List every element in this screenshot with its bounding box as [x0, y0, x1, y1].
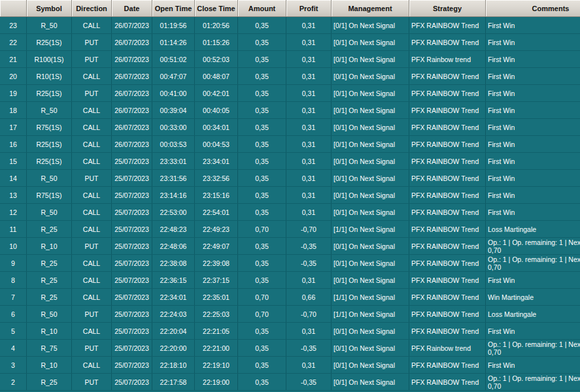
table-row[interactable]: 17R75(1S)CALL26/07/202300:33:0000:34:010…: [0, 119, 580, 136]
column-header-direction[interactable]: Direction: [72, 0, 112, 17]
cell-amount: 0,35: [238, 238, 286, 255]
cell-symbol: R_50: [27, 204, 72, 221]
cell-amount: 0,35: [238, 68, 286, 85]
table-row[interactable]: 15R25(1S)CALL25/07/202323:33:0123:34:010…: [0, 153, 580, 170]
trade-history-table: SymbolDirectionDateOpen TimeClose TimeAm…: [0, 0, 580, 391]
table-row[interactable]: 2R_25PUT25/07/202322:17:5822:19:000,35-0…: [0, 374, 580, 391]
cell-date: 25/07/2023: [112, 323, 152, 340]
column-header-management[interactable]: Management: [332, 0, 409, 17]
cell-open_time: 22:38:08: [152, 255, 195, 272]
cell-comments: Loss Martingale: [486, 221, 580, 238]
cell-amount: 0,70: [238, 221, 286, 238]
cell-close_time: 23:34:01: [195, 153, 238, 170]
cell-open_time: 00:39:04: [152, 102, 195, 119]
cell-comments: First Win: [486, 51, 580, 68]
cell-direction: CALL: [72, 17, 112, 34]
cell-symbol: R_75: [27, 340, 72, 357]
cell-amount: 0,35: [238, 102, 286, 119]
cell-open_time: 01:14:26: [152, 34, 195, 51]
cell-direction: CALL: [72, 289, 112, 306]
table-row[interactable]: 21R100(1S)PUT26/07/202300:51:0200:52:030…: [0, 51, 580, 68]
table-row[interactable]: 5R_10CALL25/07/202322:20:0422:21:050,350…: [0, 323, 580, 340]
cell-date: 25/07/2023: [112, 204, 152, 221]
table-row[interactable]: 20R10(1S)CALL26/07/202300:47:0700:48:070…: [0, 68, 580, 85]
cell-num: 11: [0, 221, 27, 238]
cell-strategy: PFX RAINBOW Trend: [409, 221, 486, 238]
cell-comments: First Win: [486, 68, 580, 85]
cell-date: 26/07/2023: [112, 68, 152, 85]
table-row[interactable]: 12R_50CALL25/07/202322:53:0022:54:010,35…: [0, 204, 580, 221]
cell-symbol: R_25: [27, 272, 72, 289]
cell-symbol: R_10: [27, 238, 72, 255]
cell-close_time: 00:42:01: [195, 85, 238, 102]
column-header-close_time[interactable]: Close Time: [195, 0, 238, 17]
cell-amount: 0,35: [238, 153, 286, 170]
cell-profit: 0,31: [286, 51, 332, 68]
cell-direction: PUT: [72, 340, 112, 357]
table-row[interactable]: 9R_25CALL25/07/202322:38:0822:39:080,35-…: [0, 255, 580, 272]
cell-close_time: 22:49:07: [195, 238, 238, 255]
cell-comments: First Win: [486, 204, 580, 221]
cell-direction: CALL: [72, 102, 112, 119]
column-header-date[interactable]: Date: [112, 0, 152, 17]
cell-date: 26/07/2023: [112, 17, 152, 34]
cell-num: 5: [0, 323, 27, 340]
cell-strategy: PFX RAINBOW Trend: [409, 272, 486, 289]
column-header-open_time[interactable]: Open Time: [152, 0, 195, 17]
table-body: 23R_50CALL26/07/202301:19:5601:20:560,35…: [0, 17, 580, 391]
column-header-strategy[interactable]: Strategy: [409, 0, 486, 17]
cell-profit: 0,31: [286, 102, 332, 119]
cell-symbol: R_25: [27, 289, 72, 306]
cell-strategy: PFX RAINBOW Trend: [409, 357, 486, 374]
column-header-symbol[interactable]: Symbol: [27, 0, 72, 17]
cell-management: [0/1] On Next Signal: [332, 102, 409, 119]
table-row[interactable]: 18R_50CALL26/07/202300:39:0400:40:050,35…: [0, 102, 580, 119]
cell-direction: CALL: [72, 204, 112, 221]
cell-num: 2: [0, 374, 27, 391]
cell-comments: First Win: [486, 85, 580, 102]
table-row[interactable]: 19R25(1S)PUT26/07/202300:41:0000:42:010,…: [0, 85, 580, 102]
cell-strategy: PFX RAINBOW Trend: [409, 289, 486, 306]
table-row[interactable]: 16R25(1S)CALL26/07/202300:03:5300:04:530…: [0, 136, 580, 153]
cell-symbol: R_50: [27, 102, 72, 119]
cell-num: 3: [0, 357, 27, 374]
table-row[interactable]: 10R_10PUT25/07/202322:48:0622:49:070,35-…: [0, 238, 580, 255]
cell-comments: First Win: [486, 17, 580, 34]
column-header-amount[interactable]: Amount: [238, 0, 286, 17]
cell-comments: First Win: [486, 102, 580, 119]
table-row[interactable]: 11R_25CALL25/07/202322:48:2322:49:230,70…: [0, 221, 580, 238]
cell-comments: First Win: [486, 323, 580, 340]
table-row[interactable]: 4R_75PUT25/07/202322:20:0022:21:000,35-0…: [0, 340, 580, 357]
cell-close_time: 22:54:01: [195, 204, 238, 221]
cell-close_time: 01:20:56: [195, 17, 238, 34]
cell-direction: CALL: [72, 272, 112, 289]
column-header-num[interactable]: [0, 0, 27, 17]
cell-strategy: PFX RAINBOW Trend: [409, 255, 486, 272]
cell-comments: Op.: 1 | Op. remaining: 1 | Next. amount…: [486, 255, 580, 272]
cell-symbol: R10(1S): [27, 68, 72, 85]
column-header-profit[interactable]: Profit: [286, 0, 332, 17]
table-row[interactable]: 14R_50PUT25/07/202323:31:5623:32:560,350…: [0, 170, 580, 187]
cell-amount: 0,35: [238, 272, 286, 289]
table-row[interactable]: 13R75(1S)CALL25/07/202323:14:1623:15:160…: [0, 187, 580, 204]
cell-num: 12: [0, 204, 27, 221]
cell-open_time: 22:17:58: [152, 374, 195, 391]
table-row[interactable]: 6R_50PUT25/07/202322:24:0322:25:030,70-0…: [0, 306, 580, 323]
table-row[interactable]: 7R_25CALL25/07/202322:34:0122:35:010,700…: [0, 289, 580, 306]
cell-management: [0/1] On Next Signal: [332, 170, 409, 187]
cell-strategy: PFX RAINBOW Trend: [409, 323, 486, 340]
cell-strategy: PFX RAINBOW Trend: [409, 238, 486, 255]
trade-history-panel: SymbolDirectionDateOpen TimeClose TimeAm…: [0, 0, 580, 392]
cell-date: 26/07/2023: [112, 51, 152, 68]
cell-date: 25/07/2023: [112, 221, 152, 238]
column-header-comments[interactable]: Comments: [486, 0, 580, 17]
cell-management: [0/1] On Next Signal: [332, 255, 409, 272]
cell-open_time: 22:20:04: [152, 323, 195, 340]
table-row[interactable]: 8R_25CALL25/07/202322:36:1522:37:150,350…: [0, 272, 580, 289]
cell-close_time: 01:15:26: [195, 34, 238, 51]
cell-date: 25/07/2023: [112, 153, 152, 170]
table-row[interactable]: 22R25(1S)PUT26/07/202301:14:2601:15:260,…: [0, 34, 580, 51]
table-row[interactable]: 3R_10CALL25/07/202322:18:1022:19:100,350…: [0, 357, 580, 374]
table-row[interactable]: 23R_50CALL26/07/202301:19:5601:20:560,35…: [0, 17, 580, 34]
cell-symbol: R_25: [27, 255, 72, 272]
